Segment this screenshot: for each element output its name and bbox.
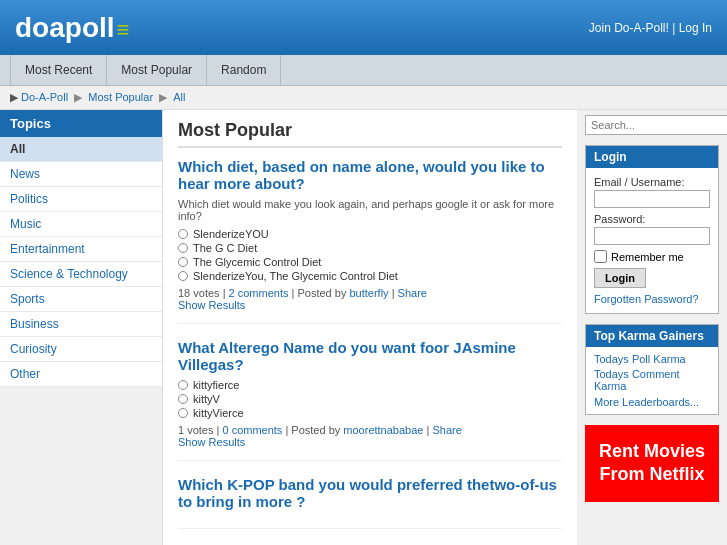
right-sidebar: Go! Login Email / Username: Password: Re… (577, 110, 727, 545)
show-results-1[interactable]: Show Results (178, 299, 562, 311)
poll-option: kittyVierce (178, 407, 562, 419)
karma-body: Todays Poll Karma Todays Comment Karma M… (586, 347, 718, 414)
login-button[interactable]: Login (594, 268, 646, 288)
remember-row: Remember me (594, 250, 710, 263)
login-box-body: Email / Username: Password: Remember me … (586, 168, 718, 313)
password-label: Password: (594, 213, 710, 225)
poll-title-3[interactable]: Which K-POP band you would preferred the… (178, 476, 562, 510)
login-box: Login Email / Username: Password: Rememb… (585, 145, 719, 314)
sidebar-item-business[interactable]: Business (0, 312, 162, 337)
option-label: kittyVierce (193, 407, 244, 419)
breadcrumb-all[interactable]: All (173, 91, 185, 103)
todays-comment-karma[interactable]: Todays Comment Karma (594, 368, 710, 392)
email-label: Email / Username: (594, 176, 710, 188)
breadcrumb-doapoll[interactable]: Do-A-Poll (21, 91, 68, 103)
comments-link[interactable]: 2 comments (229, 287, 289, 299)
sidebar-item-science-technology[interactable]: Science & Technology (0, 262, 162, 287)
radio-icon (178, 408, 188, 418)
poll-item: Which diet, based on name alone, would y… (178, 158, 562, 324)
todays-poll-karma[interactable]: Todays Poll Karma (594, 353, 710, 365)
option-label: kittyV (193, 393, 220, 405)
radio-icon (178, 380, 188, 390)
login-box-title: Login (586, 146, 718, 168)
poll-option: SlenderizeYou, The Glycemic Control Diet (178, 270, 562, 282)
sidebar-title: Topics (0, 110, 162, 137)
nav-random[interactable]: Random (207, 55, 281, 85)
remember-checkbox[interactable] (594, 250, 607, 263)
option-label: The G C Diet (193, 242, 257, 254)
breadcrumb-most-popular[interactable]: Most Popular (88, 91, 153, 103)
more-leaderboards-link[interactable]: More Leaderboards... (594, 396, 710, 408)
sidebar: Topics All News Politics Music Entertain… (0, 110, 163, 545)
vote-count: 18 votes (178, 287, 220, 299)
poll-option: kittyfierce (178, 379, 562, 391)
poll-option: The G C Diet (178, 242, 562, 254)
header: doapoll≡ Join Do-A-Poll! | Log In (0, 0, 727, 55)
poll-meta-2: 1 votes | 0 comments | Posted by moorett… (178, 424, 562, 436)
page-title: Most Popular (178, 120, 562, 148)
breadcrumb: ▶ Do-A-Poll ▶ Most Popular ▶ All (0, 86, 727, 110)
main-layout: Topics All News Politics Music Entertain… (0, 110, 727, 545)
author-link[interactable]: butterfly (349, 287, 388, 299)
karma-title: Top Karma Gainers (586, 325, 718, 347)
email-field[interactable] (594, 190, 710, 208)
logo[interactable]: doapoll≡ (15, 12, 129, 44)
comments-link[interactable]: 0 comments (222, 424, 282, 436)
logo-icon: ≡ (117, 17, 130, 42)
option-label: SlenderizeYou, The Glycemic Control Diet (193, 270, 398, 282)
radio-icon (178, 229, 188, 239)
sidebar-item-politics[interactable]: Politics (0, 187, 162, 212)
poll-option: SlenderizeYOU (178, 228, 562, 240)
search-box: Go! (585, 115, 719, 135)
poll-desc-1: Which diet would make you look again, an… (178, 198, 562, 222)
poll-item: Which K-POP band you would preferred the… (178, 476, 562, 529)
logo-text: doapoll (15, 12, 115, 43)
password-field[interactable] (594, 227, 710, 245)
netflix-ad[interactable]: Rent Movies From Netflix (585, 425, 719, 502)
option-label: kittyfierce (193, 379, 239, 391)
radio-icon (178, 257, 188, 267)
sidebar-item-all[interactable]: All (0, 137, 162, 162)
show-results-2[interactable]: Show Results (178, 436, 562, 448)
sidebar-item-sports[interactable]: Sports (0, 287, 162, 312)
remember-label: Remember me (611, 251, 684, 263)
radio-icon (178, 243, 188, 253)
radio-icon (178, 394, 188, 404)
sidebar-item-other[interactable]: Other (0, 362, 162, 387)
content: Most Popular Which diet, based on name a… (163, 110, 577, 545)
poll-meta-1: 18 votes | 2 comments | Posted by butter… (178, 287, 562, 299)
nav-bar: Most Recent Most Popular Random (0, 55, 727, 86)
share-link[interactable]: Share (398, 287, 427, 299)
login-link[interactable]: Log In (679, 21, 712, 35)
share-link[interactable]: Share (432, 424, 461, 436)
sidebar-item-music[interactable]: Music (0, 212, 162, 237)
option-label: SlenderizeYOU (193, 228, 269, 240)
poll-item: What Alterego Name do you want foor JAsm… (178, 339, 562, 461)
poll-option: The Glycemic Control Diet (178, 256, 562, 268)
karma-box: Top Karma Gainers Todays Poll Karma Toda… (585, 324, 719, 415)
join-link[interactable]: Join Do-A-Poll! (589, 21, 669, 35)
poll-option: kittyV (178, 393, 562, 405)
option-label: The Glycemic Control Diet (193, 256, 321, 268)
sidebar-item-news[interactable]: News (0, 162, 162, 187)
poll-title-1[interactable]: Which diet, based on name alone, would y… (178, 158, 562, 192)
vote-count: 1 votes (178, 424, 213, 436)
sidebar-item-curiosity[interactable]: Curiosity (0, 337, 162, 362)
poll-title-2[interactable]: What Alterego Name do you want foor JAsm… (178, 339, 562, 373)
search-input[interactable] (585, 115, 727, 135)
header-links: Join Do-A-Poll! | Log In (589, 21, 712, 35)
author-link[interactable]: moorettnababae (343, 424, 423, 436)
forgot-password-link[interactable]: Forgotten Password? (594, 293, 710, 305)
nav-most-recent[interactable]: Most Recent (10, 55, 107, 85)
radio-icon (178, 271, 188, 281)
nav-most-popular[interactable]: Most Popular (107, 55, 207, 85)
sidebar-item-entertainment[interactable]: Entertainment (0, 237, 162, 262)
